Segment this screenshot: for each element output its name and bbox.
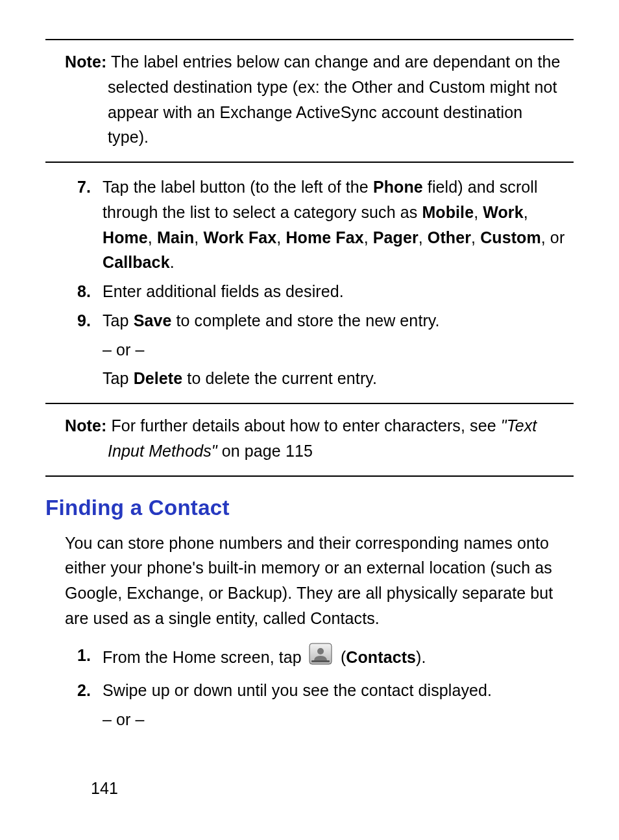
svg-rect-2: [311, 660, 330, 662]
note-2-text: Note: For further details about how to e…: [65, 413, 567, 464]
step-8-body: Enter additional fields as desired.: [103, 279, 574, 304]
step-2-or: – or –: [103, 707, 574, 732]
rule-after-note1: [45, 162, 574, 163]
step-9-or: – or –: [103, 337, 574, 363]
step-1-number: 1.: [45, 643, 103, 675]
note-2-label: Note:: [65, 416, 106, 435]
step-8-number: 8.: [45, 279, 103, 304]
page-number: 141: [91, 776, 118, 801]
section-heading: Finding a Contact: [45, 491, 574, 524]
step-2: 2. Swipe up or down until you see the co…: [45, 678, 574, 732]
rule-after-note2: [45, 475, 574, 477]
step-2-body: Swipe up or down until you see the conta…: [103, 678, 574, 732]
svg-point-1: [317, 648, 324, 654]
note-block-2: Note: For further details about how to e…: [45, 404, 574, 475]
note-block-1: Note: The label entries below can change…: [45, 40, 574, 162]
step-7-number: 7.: [45, 174, 103, 275]
note-1-text: Note: The label entries below can change…: [65, 49, 567, 150]
note-1-label: Note:: [65, 53, 106, 71]
step-1-body: From the Home screen, tap: [103, 643, 574, 675]
steps-list-1: 7. Tap the label button (to the left of …: [45, 174, 574, 391]
step-9-body: Tap Save to complete and store the new e…: [103, 308, 574, 391]
step-7: 7. Tap the label button (to the left of …: [45, 174, 574, 275]
step-8: 8. Enter additional fields as desired.: [45, 279, 574, 304]
step-2-number: 2.: [45, 678, 103, 732]
intro-paragraph: You can store phone numbers and their co…: [45, 531, 574, 631]
step-9-number: 9.: [45, 308, 103, 391]
contacts-icon: [309, 643, 332, 672]
steps-list-2: 1. From the Home screen, tap: [45, 643, 574, 732]
step-1: 1. From the Home screen, tap: [45, 643, 574, 675]
step-9: 9. Tap Save to complete and store the ne…: [45, 308, 574, 391]
step-7-body: Tap the label button (to the left of the…: [103, 174, 574, 275]
document-page: Note: The label entries below can change…: [0, 0, 619, 840]
note-1-body: The label entries below can change and a…: [106, 53, 560, 146]
